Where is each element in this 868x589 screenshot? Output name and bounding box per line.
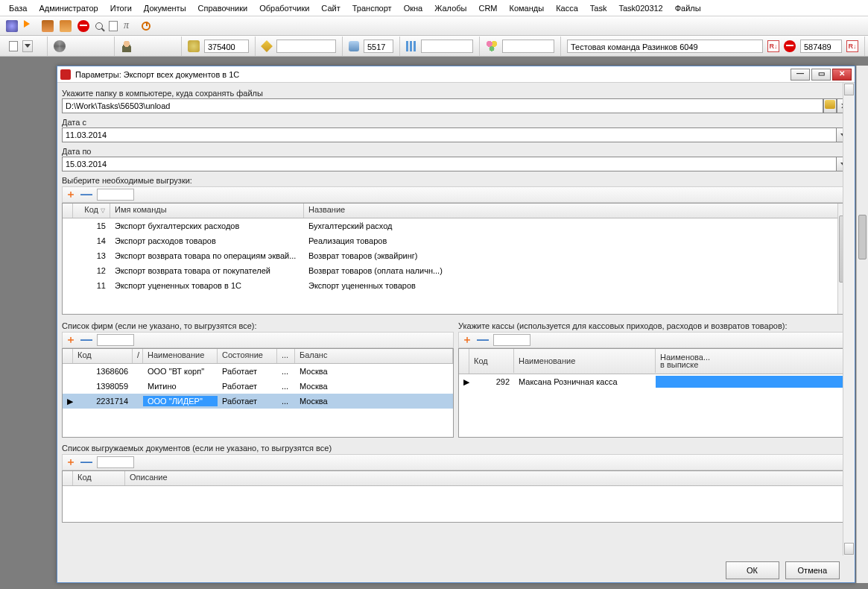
col-slip[interactable]: Наименова...в выписке <box>656 349 849 373</box>
col-code[interactable]: Код ▽ <box>73 204 110 218</box>
kassa-filter[interactable] <box>493 334 530 346</box>
menu-item[interactable]: Окна <box>398 2 429 14</box>
status-value-2[interactable]: 5517 <box>364 40 393 53</box>
table-row[interactable]: 13Экспорт возврата товара по операциям э… <box>63 248 849 263</box>
docs-filter[interactable] <box>97 456 134 468</box>
menu-item[interactable]: Документы <box>138 2 192 14</box>
remove-icon[interactable]: — <box>80 191 92 198</box>
globe-icon[interactable] <box>188 40 200 52</box>
table-row[interactable]: 12Экспорт возврата товара от покупателей… <box>63 263 849 278</box>
menu-item[interactable]: Сайт <box>315 2 346 14</box>
shield-icon[interactable] <box>6 20 18 32</box>
table-row[interactable]: 1398059МитиноРаботает...Москва <box>63 379 453 394</box>
status-value-1[interactable]: 375400 <box>204 40 249 53</box>
col-dots[interactable]: ... <box>277 349 295 363</box>
dialog-title: Параметры: Экспорт всех документов в 1С <box>75 70 239 79</box>
chart-icon[interactable] <box>406 41 416 51</box>
date-to-input[interactable]: 15.03.2014 <box>62 157 837 171</box>
folder-label: Укажите папку в компьютере, куда сохраня… <box>62 89 850 98</box>
menu-item[interactable]: Обработчики <box>253 2 315 14</box>
add-icon[interactable]: ＋ <box>66 188 76 201</box>
outer-scrollbar[interactable] <box>856 66 868 583</box>
menu-item[interactable]: Task020312 <box>612 2 668 14</box>
cancel-button[interactable]: Отмена <box>785 561 840 579</box>
menu-item[interactable]: База <box>3 2 33 14</box>
exports-filter[interactable] <box>97 189 134 201</box>
status-value-3[interactable]: 587489 <box>800 40 842 53</box>
status-team[interactable]: Тестовая команда Разинков 6049 <box>567 40 763 53</box>
main-menubar[interactable]: База Администратор Итоги Документы Справ… <box>0 0 868 16</box>
col-desc[interactable]: Описание <box>125 471 849 485</box>
folder-input[interactable]: D:\Work\Tasks\56503\unload <box>62 98 823 113</box>
col-name[interactable]: Наименование <box>143 349 218 363</box>
ok-button[interactable]: ОК <box>726 561 779 579</box>
firms-toolbar: ＋ — <box>62 332 454 348</box>
menu-item[interactable]: Администратор <box>33 2 104 14</box>
col-name[interactable]: Наименование <box>514 349 656 373</box>
rt-icon[interactable]: R↓ <box>846 40 858 52</box>
col-name[interactable]: Название <box>304 204 849 218</box>
database-icon[interactable] <box>349 41 359 51</box>
docs-grid[interactable]: Код Описание <box>62 470 850 523</box>
kassa-grid[interactable]: Код Наименование Наименова...в выписке ▶… <box>458 348 850 438</box>
menu-item[interactable]: Транспорт <box>346 2 398 14</box>
menu-item[interactable]: Команды <box>504 2 551 14</box>
status-blank-1[interactable] <box>276 40 336 53</box>
app-logo-icon <box>60 69 71 80</box>
dialog-titlebar[interactable]: Параметры: Экспорт всех документов в 1С … <box>57 66 855 83</box>
no-entry-icon[interactable] <box>77 20 89 32</box>
minimize-button[interactable]: — <box>791 69 810 81</box>
firms-filter[interactable] <box>97 334 134 346</box>
add-icon[interactable]: ＋ <box>66 456 76 469</box>
page-icon[interactable] <box>9 41 18 51</box>
browse-folder-button[interactable] <box>823 98 837 113</box>
pi-icon[interactable]: π <box>124 20 136 32</box>
table-row-selected[interactable]: ▶2231714ООО "ЛИДЕР"Работает...Москва <box>63 394 453 409</box>
gear-icon[interactable] <box>54 40 66 52</box>
remove-icon[interactable]: — <box>477 336 489 344</box>
table-row[interactable]: 11Экспорт уцененных товаров в 1СЭкспорт … <box>63 278 849 293</box>
add-icon[interactable]: ＋ <box>66 333 76 347</box>
menu-item[interactable]: Итоги <box>104 2 138 14</box>
date-from-input[interactable]: 11.03.2014 <box>62 127 837 142</box>
rt-icon[interactable]: R↓ <box>767 40 779 52</box>
status-blank-2[interactable] <box>421 40 473 53</box>
power-icon[interactable] <box>142 22 151 31</box>
remove-icon[interactable]: — <box>80 336 92 344</box>
firms-grid[interactable]: Код / Наименование Состояние ... Баланс … <box>62 348 454 438</box>
book-icon[interactable] <box>42 20 54 32</box>
table-row[interactable]: 15Экспорт бухгалтерских расходовБухгалте… <box>63 218 849 233</box>
menu-item[interactable]: CRM <box>472 2 503 14</box>
menu-item[interactable]: Файлы <box>669 2 707 14</box>
add-icon[interactable]: ＋ <box>462 333 472 347</box>
dialog-scrollbar[interactable] <box>843 83 855 555</box>
no-entry-icon[interactable] <box>784 40 796 52</box>
menu-item[interactable]: Касса <box>550 2 584 14</box>
books-icon[interactable] <box>60 20 72 32</box>
col-balance[interactable]: Баланс <box>295 349 453 363</box>
cube-icon[interactable] <box>261 40 273 52</box>
table-row[interactable]: ▶292Максана Розничная касса <box>459 374 849 389</box>
maximize-button[interactable]: ▭ <box>811 69 831 81</box>
menu-item[interactable]: Справочники <box>192 2 254 14</box>
menu-item[interactable]: Жалобы <box>428 2 472 14</box>
user-icon[interactable] <box>121 40 133 52</box>
main-toolbar: π <box>0 16 868 36</box>
search-icon[interactable] <box>95 22 103 30</box>
col-state[interactable]: Состояние <box>218 349 277 363</box>
col-sort[interactable]: / <box>133 349 143 363</box>
col-command[interactable]: Имя команды <box>110 204 304 218</box>
menu-item[interactable]: Task <box>584 2 613 14</box>
col-code[interactable]: Код <box>73 349 133 363</box>
flowers-icon[interactable] <box>486 40 498 52</box>
col-code[interactable]: Код <box>73 471 125 485</box>
table-row[interactable]: 14Экспорт расходов товаровРеализация тов… <box>63 233 849 248</box>
dropdown-icon[interactable] <box>22 40 33 52</box>
close-button[interactable]: ✕ <box>832 69 852 81</box>
table-row[interactable]: 1368606ООО "ВТ корп"Работает...Москва <box>63 364 453 379</box>
remove-icon[interactable]: — <box>80 459 92 466</box>
exports-grid[interactable]: Код ▽ Имя команды Название 15Экспорт бух… <box>62 203 850 315</box>
col-code[interactable]: Код <box>469 349 514 373</box>
status-blank-3[interactable] <box>502 40 554 53</box>
document-icon[interactable] <box>109 21 118 31</box>
